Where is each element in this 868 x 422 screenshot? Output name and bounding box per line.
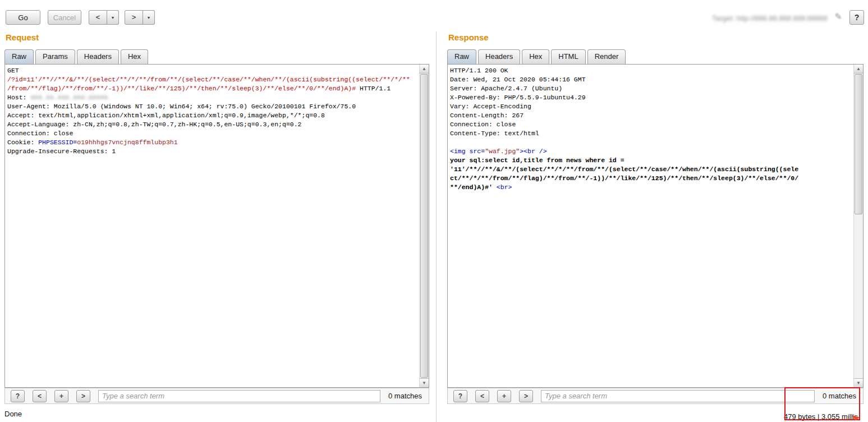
request-scrollbar-thumb[interactable]: [420, 74, 428, 378]
cookie-name: PHPSESSID=: [38, 139, 77, 146]
request-line: Host: 888.88.888.888:88888: [7, 93, 417, 102]
html-br-tag: <br>: [497, 184, 512, 191]
html-attr-name: src=: [470, 148, 485, 155]
html-attr-value: "waf.jpg": [485, 148, 520, 155]
request-tab-hex[interactable]: Hex: [121, 49, 148, 64]
response-line: Vary: Accept-Encoding: [450, 102, 852, 111]
search-prev-button[interactable]: <: [33, 390, 47, 402]
request-editor[interactable]: GET /?id=11'/**//**/&/**/(select/**/*/**…: [4, 64, 429, 388]
response-line: '11'/**//**/&/**/(select/**/*/**/from/**…: [450, 165, 852, 174]
response-line: X-Powered-By: PHP/5.5.9-1ubuntu4.29: [450, 93, 852, 102]
host-header-label: Host:: [7, 94, 30, 101]
request-tab-headers[interactable]: Headers: [77, 49, 119, 64]
response-tab-hex[interactable]: Hex: [522, 49, 549, 64]
search-help-button[interactable]: ?: [11, 390, 25, 402]
response-search-bar: ? < + > 0 matches: [447, 388, 864, 404]
scroll-down-icon[interactable]: ▼: [420, 378, 429, 387]
response-title: Response: [448, 33, 489, 42]
search-help-button[interactable]: ?: [453, 390, 467, 402]
response-line: **/end)A)#' <br>: [450, 183, 852, 192]
search-add-button[interactable]: +: [497, 390, 511, 402]
response-line: Content-Length: 267: [450, 111, 852, 120]
request-line: Cookie: PHPSESSID=o19hhhgs7vncjnq8ffmlub…: [7, 138, 417, 147]
request-tabs: Raw Params Headers Hex: [4, 49, 150, 64]
search-next-button[interactable]: >: [76, 390, 90, 402]
response-search-input[interactable]: [541, 390, 815, 402]
request-line: Accept: text/html,application/xhtml+xml,…: [7, 111, 417, 120]
cookie-value: o19hhhgs7vncjnq8ffmlubp3h1: [77, 139, 177, 146]
scroll-down-icon[interactable]: ▼: [854, 378, 863, 387]
scroll-up-icon[interactable]: ▲: [854, 65, 863, 74]
request-title: Request: [6, 33, 39, 42]
request-scrollbar[interactable]: ▲ ▼: [419, 65, 429, 387]
response-scrollbar-thumb[interactable]: [855, 74, 862, 214]
response-tab-raw[interactable]: Raw: [447, 49, 476, 64]
response-tab-html[interactable]: HTML: [551, 49, 585, 64]
request-line: User-Agent: Mozilla/5.0 (Windows NT 10.0…: [7, 102, 417, 111]
status-message: Done: [4, 410, 22, 418]
request-line: /from/**/flag)/**/from/**/-1))/**/like/*…: [7, 84, 417, 93]
response-editor[interactable]: HTTP/1.1 200 OK Date: Wed, 21 Oct 2020 0…: [447, 64, 864, 388]
response-line: HTTP/1.1 200 OK: [450, 66, 852, 75]
response-line: Server: Apache/2.4.7 (Ubuntu): [450, 84, 852, 93]
request-raw-text: GET /?id=11'/**//**/&/**/(select/**/*/**…: [7, 66, 417, 386]
request-line: Accept-Language: zh-CN,zh;q=0.8,zh-TW;q=…: [7, 120, 417, 129]
request-line: /?id=11'/**//**/&/**/(select/**/*/**/fro…: [7, 75, 417, 84]
response-line: Connection: close: [450, 120, 852, 129]
request-tab-raw[interactable]: Raw: [4, 49, 34, 64]
request-search-bar: ? < + > 0 matches: [4, 388, 429, 404]
request-line: Connection: close: [7, 129, 417, 138]
request-tab-params[interactable]: Params: [35, 49, 75, 64]
search-add-button[interactable]: +: [54, 390, 68, 402]
response-tab-render[interactable]: Render: [587, 49, 626, 64]
request-search-input[interactable]: [98, 390, 380, 402]
request-url-tail: /from/**/flag)/**/from/**/-1))/**/like/*…: [7, 85, 356, 92]
response-line: Content-Type: text/html: [450, 129, 852, 138]
response-line: Date: Wed, 21 Oct 2020 05:44:16 GMT: [450, 75, 852, 84]
response-raw-text: HTTP/1.1 200 OK Date: Wed, 21 Oct 2020 0…: [450, 66, 852, 386]
response-blank-line: [450, 138, 852, 147]
search-next-button[interactable]: >: [519, 390, 533, 402]
response-size-time: 479 bytes | 3,055 millis: [784, 412, 858, 421]
host-value-redacted: 888.88.888.888:88888: [30, 94, 108, 101]
response-scrollbar[interactable]: ▲ ▼: [853, 65, 863, 387]
html-tag-open: <img: [450, 148, 470, 155]
response-tabs: Raw Headers Hex HTML Render: [447, 49, 627, 64]
request-line: GET: [7, 66, 417, 75]
scroll-up-icon[interactable]: ▲: [420, 65, 429, 74]
request-panel: Request Raw Params Headers Hex GET /?id=…: [4, 0, 429, 422]
search-prev-button[interactable]: <: [475, 390, 489, 402]
request-match-count: 0 matches: [388, 392, 423, 400]
sql-text-tail: **/end)A)#': [450, 184, 497, 191]
response-line: ct/**/*/**/from/**/flag)/**/from/**/-1))…: [450, 174, 852, 183]
response-line: <img src="waf.jpg"><br />: [450, 147, 852, 156]
response-match-count: 0 matches: [823, 392, 857, 400]
request-http-version: HTTP/1.1: [356, 85, 391, 92]
response-tab-headers[interactable]: Headers: [478, 49, 520, 64]
response-panel: Response Raw Headers Hex HTML Render HTT…: [447, 0, 864, 422]
html-tag-close: ><br />: [520, 148, 546, 155]
panel-splitter[interactable]: [436, 31, 437, 422]
response-line: your sql:select id,title from news where…: [450, 156, 852, 165]
request-line: Upgrade-Insecure-Requests: 1: [7, 147, 417, 156]
cookie-header-label: Cookie:: [7, 139, 38, 146]
